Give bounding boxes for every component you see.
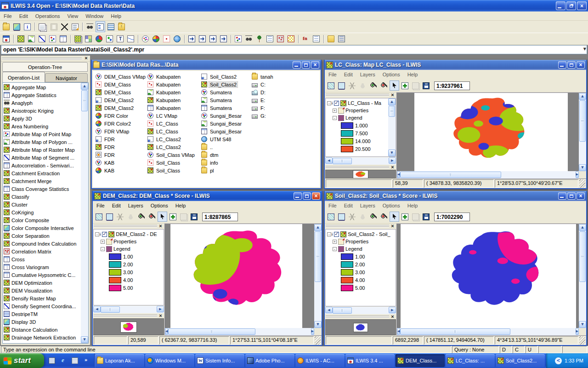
properties-node[interactable]: + Properties bbox=[327, 107, 396, 114]
operation-list-item[interactable]: Color Composite Interactive bbox=[3, 224, 81, 232]
toolbar-button[interactable] bbox=[379, 212, 389, 222]
overview-splitter[interactable]: × bbox=[93, 313, 164, 318]
taskbar-task-button[interactable]: DEM_Class... bbox=[396, 354, 445, 367]
operation-list-item[interactable]: Color Composite bbox=[3, 216, 81, 224]
taskbar-task-button[interactable]: Laporan Ak... bbox=[95, 354, 144, 367]
legend-node[interactable]: - Legend bbox=[327, 114, 396, 121]
layer-root-item[interactable]: -i LC_Class - Ma bbox=[327, 99, 396, 107]
taskbar-task-button[interactable]: ILWIS 3.4 ... bbox=[345, 354, 395, 367]
collapse-icon[interactable]: - bbox=[327, 101, 331, 105]
scroll-down-icon[interactable]: ▼ bbox=[388, 150, 396, 156]
toolbar-button[interactable] bbox=[326, 212, 336, 222]
toolbar-button[interactable] bbox=[301, 34, 311, 45]
dem-titlebar[interactable]: DEM_Class2: DEM_Class * Score - ILWIS × bbox=[93, 191, 322, 201]
toolbar-button[interactable] bbox=[326, 80, 336, 91]
operations-panel-header[interactable]: × bbox=[1, 56, 90, 62]
toolbar-button[interactable] bbox=[136, 34, 140, 45]
tree-h-scrollbar[interactable]: ◀ ▶ bbox=[325, 307, 396, 314]
taskbar-task-button[interactable]: ILWIS - AC... bbox=[295, 354, 345, 367]
toolbar-button[interactable] bbox=[60, 21, 69, 32]
toolbar-button[interactable] bbox=[85, 21, 95, 32]
operation-list-item[interactable]: Drainage Network Extraction bbox=[3, 334, 81, 341]
catalog-item[interactable]: .. bbox=[201, 143, 252, 151]
tree-h-scrollbar[interactable]: ◀ ▶ bbox=[93, 306, 164, 313]
scroll-up-icon[interactable]: ▲ bbox=[388, 98, 396, 105]
toolbar-button[interactable] bbox=[126, 212, 136, 222]
quick-launch-button[interactable] bbox=[70, 356, 79, 366]
toolbar-button[interactable] bbox=[379, 80, 389, 91]
operation-list-item[interactable]: Cluster bbox=[3, 201, 81, 208]
scroll-thumb[interactable] bbox=[333, 158, 352, 164]
toolbar-button[interactable] bbox=[172, 34, 182, 45]
menu-item[interactable]: Help bbox=[404, 202, 422, 209]
toolbar-button[interactable] bbox=[286, 34, 296, 45]
operation-list-item[interactable]: DEM Visualization bbox=[3, 287, 81, 294]
toolbar-button[interactable] bbox=[126, 34, 136, 45]
toolbar-button[interactable] bbox=[69, 34, 72, 45]
toolbar-button[interactable] bbox=[33, 21, 36, 32]
catalog-item[interactable]: tanah bbox=[252, 73, 316, 80]
catalog-item[interactable]: Kabupaten bbox=[147, 88, 201, 96]
toolbar-button[interactable] bbox=[411, 212, 420, 222]
operation-list-item[interactable]: Aggregate Statistics bbox=[3, 91, 81, 99]
catalog-item[interactable]: Kabupaten bbox=[147, 73, 201, 80]
catalog-item[interactable]: DEM_Class bbox=[96, 88, 147, 96]
quick-launch-button[interactable] bbox=[59, 356, 68, 366]
catalog-item[interactable]: D: bbox=[252, 88, 316, 96]
legend-item[interactable]: 5.00 bbox=[327, 284, 396, 292]
scale-input[interactable]: 1:8287865 bbox=[202, 213, 238, 221]
scroll-left-icon[interactable]: ◀ bbox=[325, 307, 333, 313]
menu-item[interactable]: Window bbox=[82, 12, 107, 20]
toolbar-button[interactable] bbox=[208, 34, 218, 45]
layer-root-item[interactable]: -i DEM_Class2 - DE bbox=[95, 230, 164, 238]
lc-titlebar[interactable]: LC_Class: Map LC_Class - ILWIS × bbox=[325, 60, 586, 70]
lc-map-area[interactable]: ▲ ▼ ◀ ▶ bbox=[396, 92, 586, 179]
operation-list-item[interactable]: Anisotropic Kriging bbox=[3, 107, 81, 115]
overview-thumbnail[interactable] bbox=[120, 322, 137, 333]
catalog-item[interactable]: DEM_Class bbox=[96, 80, 147, 88]
catalog-titlebar[interactable]: E:\SIK\Model Data Ras...\Data × bbox=[92, 60, 321, 70]
catalog-item[interactable]: Soil_Class VMap bbox=[147, 151, 201, 159]
menu-item[interactable]: Layers bbox=[124, 202, 147, 209]
toolbar-button[interactable] bbox=[390, 212, 399, 222]
toolbar-button[interactable] bbox=[106, 21, 116, 32]
menu-item[interactable]: File bbox=[93, 202, 108, 209]
maximize-button[interactable] bbox=[302, 61, 310, 69]
toolbar-button[interactable] bbox=[12, 21, 22, 32]
toolbar-button[interactable] bbox=[58, 34, 68, 45]
scroll-thumb[interactable] bbox=[315, 231, 321, 282]
legend-item[interactable]: 1.00 bbox=[327, 253, 396, 260]
legend-item[interactable]: 7.500 bbox=[327, 129, 396, 137]
operations-scrollbar[interactable]: ▲ ▼ bbox=[81, 83, 88, 343]
catalog-item[interactable]: Sungai_Besar bbox=[201, 127, 252, 135]
toolbar-button[interactable] bbox=[94, 212, 104, 222]
toolbar-button[interactable] bbox=[265, 34, 275, 45]
menu-item[interactable]: Layers bbox=[356, 202, 379, 209]
scroll-down-icon[interactable]: ▼ bbox=[314, 321, 322, 328]
taskbar-task-button[interactable]: Adobe Pho... bbox=[245, 354, 294, 367]
quick-launch-button[interactable] bbox=[82, 356, 91, 366]
scroll-up-icon[interactable]: ▲ bbox=[579, 93, 586, 100]
tab-operation-list[interactable]: Operation-List bbox=[2, 72, 45, 82]
operation-list-item[interactable]: Cross bbox=[3, 255, 81, 263]
catalog-item[interactable]: Soil_Class bbox=[147, 159, 201, 167]
overview-thumbnail[interactable] bbox=[353, 323, 368, 332]
toolbar-button[interactable] bbox=[411, 80, 420, 91]
legend-item[interactable]: 2.00 bbox=[327, 260, 396, 268]
menu-item[interactable]: Options bbox=[379, 202, 404, 209]
catalog-item[interactable]: E: bbox=[252, 96, 316, 104]
menu-item[interactable]: Options bbox=[379, 71, 404, 78]
soil-map-area[interactable]: ▲ ▼ ◀ ▶ bbox=[396, 224, 586, 336]
minimize-button[interactable] bbox=[558, 61, 566, 69]
catalog-item[interactable]: KAB bbox=[96, 167, 147, 174]
toolbar-button[interactable] bbox=[347, 212, 357, 222]
toolbar-button[interactable] bbox=[115, 212, 125, 222]
operation-list-item[interactable]: Autocorrelation - Semivari... bbox=[3, 161, 81, 169]
menu-item[interactable]: Help bbox=[404, 71, 422, 78]
legend-item[interactable]: 5.00 bbox=[95, 284, 164, 292]
menu-item[interactable]: Edit bbox=[340, 202, 356, 209]
scroll-thumb[interactable] bbox=[579, 100, 586, 142]
scroll-thumb[interactable] bbox=[168, 328, 255, 335]
close-pane-icon[interactable]: × bbox=[390, 224, 396, 229]
toolbar-button[interactable] bbox=[244, 34, 254, 45]
